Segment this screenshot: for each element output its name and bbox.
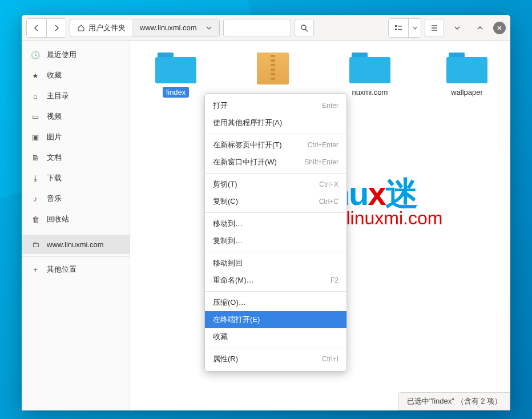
search-button[interactable] (295, 19, 314, 37)
hamburger-menu-button[interactable] (425, 19, 444, 37)
menu-cut[interactable]: 剪切(T)Ctrl+X (205, 176, 346, 193)
sidebar-label: 回收站 (47, 214, 69, 224)
menu-move-trash[interactable]: 移动到回 (205, 255, 346, 272)
minimize-button[interactable] (448, 19, 467, 37)
sidebar-label: 主目录 (47, 91, 69, 101)
close-button[interactable] (493, 22, 506, 34)
menu-label: 在终端打开(E) (213, 315, 260, 325)
menu-rename[interactable]: 重命名(M)…F2 (205, 272, 346, 289)
sidebar-separator (22, 256, 130, 257)
sidebar-label: 最近使用 (47, 50, 76, 60)
sidebar-item-videos[interactable]: ▭视频 (22, 106, 130, 127)
sidebar-label: 其他位置 (47, 264, 76, 275)
file-label (269, 88, 276, 90)
menu-shortcut: Enter (322, 102, 338, 110)
forward-button[interactable] (46, 19, 66, 37)
chevron-down-icon (413, 26, 417, 30)
list-view-button[interactable] (389, 19, 408, 37)
back-button[interactable] (27, 19, 46, 37)
menu-separator (205, 291, 346, 292)
menu-separator (205, 348, 346, 348)
menu-copy[interactable]: 复制(C)Ctrl+C (205, 193, 346, 210)
menu-shortcut: F2 (331, 276, 338, 284)
menu-compress[interactable]: 压缩(O)… (205, 294, 346, 311)
menu-shortcut: Ctrl+X (319, 180, 338, 188)
svg-rect-2 (398, 26, 402, 27)
chevron-right-icon (53, 25, 60, 31)
menu-label: 复制(C) (213, 196, 238, 207)
hamburger-icon (430, 24, 438, 32)
sidebar-item-trash[interactable]: 🗑回收站 (22, 209, 130, 229)
sidebar-item-other[interactable]: +其他位置 (22, 259, 130, 280)
menu-open-window[interactable]: 在新窗口中打开(W)Shift+Enter (205, 154, 346, 171)
sidebar-item-documents[interactable]: 🗎文档 (22, 147, 130, 168)
path-current-segment[interactable]: www.linuxmi.com (133, 19, 219, 37)
sidebar-label: 音乐 (47, 194, 62, 204)
svg-rect-3 (395, 29, 397, 30)
sidebar-item-music[interactable]: ♪音乐 (22, 188, 130, 209)
sidebar-item-pictures[interactable]: ▣图片 (22, 127, 130, 147)
menu-label: 打开 (213, 100, 228, 111)
sidebar-label: 下载 (47, 173, 62, 183)
view-switcher (388, 18, 421, 38)
sidebar-item-downloads[interactable]: ⭳下载 (22, 168, 130, 188)
search-icon (300, 24, 308, 32)
menu-label: 收藏 (213, 332, 228, 342)
sidebar-item-home[interactable]: ⌂主目录 (22, 86, 130, 106)
sidebar-item-linuxmi[interactable]: 🗀www.linuxmi.com (22, 235, 130, 254)
sidebar-label: 收藏 (47, 70, 62, 80)
image-icon: ▣ (31, 132, 40, 142)
star-icon: ★ (31, 71, 40, 80)
file-item-wallpaper[interactable]: wallpaper (438, 53, 495, 98)
menu-open-with[interactable]: 使用其他程序打开(A) (205, 114, 346, 131)
context-menu: 打开Enter 使用其他程序打开(A) 在新标签页中打开(T)Ctrl+Ente… (204, 93, 347, 372)
home-icon: ⌂ (31, 91, 40, 100)
menu-label: 重命名(M)… (213, 275, 254, 285)
home-icon (77, 24, 85, 32)
menu-move-to[interactable]: 移动到… (205, 215, 346, 232)
sidebar-separator (22, 232, 130, 232)
menu-separator (205, 134, 346, 134)
close-icon (497, 25, 502, 31)
menu-label: 在新窗口中打开(W) (213, 157, 277, 167)
folder-icon (155, 53, 196, 83)
plus-icon: + (31, 265, 40, 274)
path-current-label: www.linuxmi.com (140, 23, 197, 32)
download-icon: ⭳ (31, 174, 40, 183)
file-item-findex[interactable]: findex (147, 53, 204, 98)
menu-open-tab[interactable]: 在新标签页中打开(T)Ctrl+Enter (205, 136, 346, 154)
nav-buttons (26, 18, 66, 38)
video-icon: ▭ (31, 112, 40, 121)
sidebar-item-recent[interactable]: 🕓最近使用 (22, 45, 130, 65)
file-label: wallpaper (448, 87, 486, 98)
path-bar: 用户文件夹 www.linuxmi.com (70, 19, 220, 37)
list-icon (394, 24, 402, 32)
file-label: findex (163, 87, 190, 98)
view-dropdown-button[interactable] (408, 19, 421, 37)
maximize-button[interactable] (470, 19, 490, 37)
menu-label: 移动到… (213, 219, 243, 229)
menu-separator (205, 252, 346, 252)
path-home-label: 用户文件夹 (88, 23, 126, 33)
folder-icon (349, 53, 390, 83)
path-home-segment[interactable]: 用户文件夹 (70, 19, 133, 37)
menu-star[interactable]: 收藏 (205, 328, 346, 345)
svg-rect-4 (398, 29, 402, 30)
menu-separator (205, 173, 346, 174)
menu-open[interactable]: 打开Enter (205, 97, 346, 114)
sidebar-item-starred[interactable]: ★收藏 (22, 65, 130, 86)
file-item-linuxmi[interactable]: nuxmi.com (341, 53, 398, 98)
menu-label: 剪切(T) (213, 179, 237, 190)
menu-properties[interactable]: 属性(R)Ctrl+I (205, 350, 346, 368)
menu-label: 压缩(O)… (213, 297, 246, 308)
menu-copy-to[interactable]: 复制到… (205, 232, 346, 249)
menu-open-terminal[interactable]: 在终端打开(E) (205, 311, 346, 328)
dropdown-icon (206, 25, 212, 31)
trash-icon: 🗑 (31, 215, 40, 224)
chevron-left-icon (33, 25, 40, 31)
file-item-archive[interactable] (244, 53, 301, 98)
maximize-icon (477, 25, 483, 31)
menu-label: 使用其他程序打开(A) (213, 118, 282, 128)
path-empty[interactable] (223, 19, 292, 37)
sidebar-label: 视频 (47, 111, 62, 122)
